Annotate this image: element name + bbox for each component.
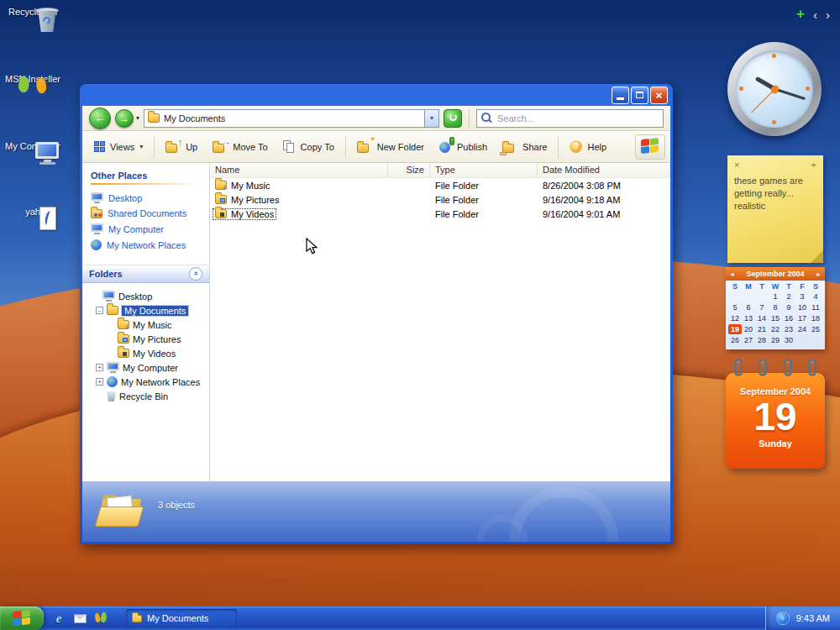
calendar-day[interactable]: 12 (728, 313, 742, 323)
calendar-day[interactable]: 9 (782, 302, 795, 312)
date-panel-widget[interactable]: September 2004 19 Sunday (726, 373, 825, 469)
calendar-day[interactable]: 25 (809, 324, 822, 334)
desktop-icon-my-computer[interactable]: My Computer (0, 139, 66, 151)
calendar-day[interactable]: 20 (742, 324, 755, 334)
quicklaunch-mail-icon[interactable] (72, 611, 87, 626)
column-header-type[interactable]: Type (430, 163, 538, 177)
note-add-icon[interactable]: + (811, 160, 816, 171)
forward-button[interactable]: → (115, 109, 134, 128)
address-bar[interactable]: My Documents ▼ (144, 109, 439, 128)
calendar-day[interactable]: 18 (809, 313, 822, 323)
move-to-button[interactable]: → Move To (206, 134, 274, 160)
desktop: Recycle Bin MSN Installer My Computer ya… (0, 0, 840, 630)
calendar-day[interactable]: 1 (769, 291, 782, 302)
tree-item-desktop[interactable]: Desktop (84, 289, 207, 303)
collapse-icon[interactable]: - (96, 307, 103, 314)
calendar-day[interactable]: 19 (728, 324, 742, 334)
column-header-name[interactable]: Name (210, 163, 388, 177)
column-header-size[interactable]: Size (388, 163, 430, 177)
calendar-day[interactable]: 5 (728, 302, 742, 312)
calendar-next-icon[interactable]: ► (816, 271, 822, 277)
collapse-pane-icon[interactable]: » (189, 267, 202, 281)
copy-to-button[interactable]: Copy To (276, 134, 341, 160)
tree-item-my-computer[interactable]: + My Computer (84, 360, 207, 375)
address-dropdown-button[interactable]: ▼ (424, 110, 438, 127)
sticky-note-widget[interactable]: × + these games are getting really... re… (727, 155, 823, 263)
publish-button[interactable]: ↑ Publish (433, 134, 494, 160)
windows-logo-tile[interactable] (635, 134, 665, 160)
views-button[interactable]: Views ▾ (87, 134, 150, 160)
expand-icon[interactable]: + (96, 364, 103, 371)
sidebar-next-icon[interactable]: › (826, 8, 830, 22)
column-header-date-modified[interactable]: Date Modified (538, 163, 670, 177)
up-button[interactable]: ↑ Up (159, 134, 204, 160)
calendar-day[interactable]: 16 (782, 313, 795, 323)
back-button[interactable]: ← (89, 108, 111, 129)
tree-item-recycle-bin[interactable]: Recycle Bin (84, 389, 207, 403)
maximize-button[interactable] (631, 87, 648, 104)
sidebar-prev-icon[interactable]: ‹ (813, 8, 817, 22)
tray-clock[interactable]: 9:43 AM (796, 613, 830, 623)
calendar-day[interactable]: 3 (795, 291, 809, 302)
calendar-day[interactable]: 29 (769, 335, 782, 345)
tree-item-my-network-places[interactable]: + My Network Places (84, 375, 207, 389)
calendar-day[interactable]: 6 (742, 302, 755, 312)
list-column-headers: Name Size Type Date Modified (210, 163, 670, 178)
folders-bar[interactable]: Folders » (82, 265, 209, 283)
share-button[interactable]: Share (496, 134, 554, 160)
calendar-prev-icon[interactable]: ◄ (729, 271, 735, 277)
other-places-my-network-places[interactable]: My Network Places (91, 237, 201, 253)
file-row-my-videos[interactable]: My Videos File Folder 9/16/2004 9:01 AM (210, 207, 670, 221)
calendar-day[interactable]: 14 (755, 313, 769, 323)
add-widget-icon[interactable]: + (796, 6, 805, 23)
tray-status-icon[interactable]: ‹ (776, 612, 790, 625)
calendar-day[interactable]: 23 (782, 324, 795, 334)
window-titlebar[interactable]: × (82, 84, 670, 106)
other-places-my-computer[interactable]: My Computer (91, 221, 201, 237)
minimize-button[interactable] (612, 87, 629, 104)
quicklaunch-ie-icon[interactable]: e (51, 611, 66, 626)
desktop-icon-msn-installer[interactable]: MSN Installer (0, 72, 66, 84)
calendar-month-label: September 2004 (746, 270, 804, 278)
task-button-my-documents[interactable]: My Documents (126, 609, 237, 627)
calendar-day[interactable]: 7 (755, 302, 769, 312)
clock-widget[interactable] (727, 42, 822, 136)
note-close-icon[interactable]: × (734, 160, 739, 171)
desktop-icon-yah[interactable]: yah (0, 205, 66, 217)
calendar-day[interactable]: 27 (742, 335, 755, 345)
calendar-day[interactable]: 4 (809, 291, 822, 302)
calendar-day[interactable]: 21 (755, 324, 769, 334)
calendar-day[interactable]: 15 (769, 313, 782, 323)
help-button[interactable]: ? Help (563, 134, 613, 160)
start-button[interactable] (0, 606, 44, 630)
calendar-day[interactable]: 28 (755, 335, 769, 345)
videos-folder-icon (118, 349, 129, 358)
search-input[interactable] (497, 113, 659, 123)
calendar-day[interactable]: 13 (742, 313, 755, 323)
calendar-day[interactable]: 22 (769, 324, 782, 334)
calendar-day[interactable]: 2 (782, 291, 795, 302)
calendar-day[interactable]: 24 (795, 324, 809, 334)
expand-icon[interactable]: + (96, 378, 103, 386)
other-places-shared-documents[interactable]: Shared Documents (91, 206, 201, 221)
tree-item-my-pictures[interactable]: My Pictures (84, 332, 207, 346)
file-row-my-music[interactable]: ♪ My Music File Folder 8/26/2004 3:08 PM (210, 178, 670, 192)
search-box[interactable] (476, 109, 664, 128)
other-places-desktop[interactable]: Desktop (91, 190, 201, 206)
close-button[interactable]: × (650, 87, 668, 104)
tree-item-my-videos[interactable]: My Videos (84, 346, 207, 360)
calendar-day[interactable]: 17 (795, 313, 809, 323)
new-folder-button[interactable]: * New Folder (350, 134, 431, 160)
quicklaunch-msn-icon[interactable] (93, 611, 108, 626)
go-button[interactable] (444, 109, 462, 128)
tree-item-my-documents[interactable]: - My Documents (84, 303, 207, 318)
calendar-day[interactable]: 30 (782, 335, 795, 345)
desktop-icon-recycle-bin[interactable]: Recycle Bin (0, 5, 66, 17)
calendar-day[interactable]: 26 (728, 335, 742, 345)
calendar-day[interactable]: 11 (809, 302, 822, 312)
forward-dropdown-icon[interactable]: ▾ (136, 114, 139, 122)
calendar-day[interactable]: 10 (795, 302, 809, 312)
calendar-day[interactable]: 8 (769, 302, 782, 312)
file-row-my-pictures[interactable]: My Pictures File Folder 9/16/2004 9:18 A… (210, 192, 670, 207)
tree-item-my-music[interactable]: ♪ My Music (84, 318, 207, 332)
